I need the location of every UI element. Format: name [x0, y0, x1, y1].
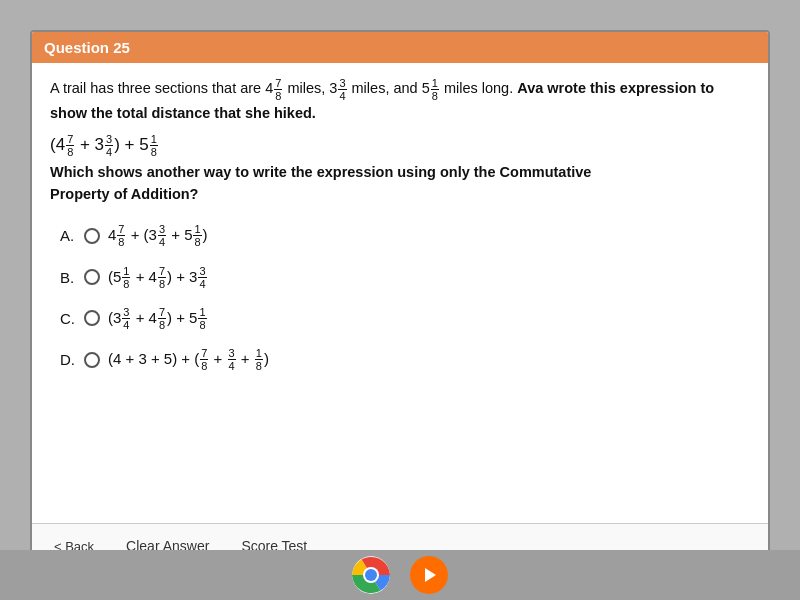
option-d-math: (4 + 3 + 5) + (78 + 34 + 18) [108, 347, 269, 372]
play-button-icon[interactable] [410, 556, 448, 594]
option-c-label: C. [60, 310, 84, 327]
main-screen: Question 25 A trail has three sections t… [30, 30, 770, 570]
option-b-row[interactable]: B. (518 + 478) + 334 [60, 265, 750, 290]
option-d-row[interactable]: D. (4 + 3 + 5) + (78 + 34 + 18) [60, 347, 750, 372]
option-b-math: (518 + 478) + 334 [108, 265, 208, 290]
option-a-label: A. [60, 227, 84, 244]
option-a-row[interactable]: A. 478 + (334 + 518) [60, 223, 750, 248]
option-d-radio[interactable] [84, 352, 100, 368]
option-c-math: (334 + 478) + 518 [108, 306, 208, 331]
answer-options: A. 478 + (334 + 518) B. (518 + 478) + 33… [60, 223, 750, 372]
taskbar [0, 550, 800, 600]
svg-point-2 [365, 569, 377, 581]
option-c-row[interactable]: C. (334 + 478) + 518 [60, 306, 750, 331]
option-a-math: 478 + (334 + 518) [108, 223, 208, 248]
option-d-label: D. [60, 351, 84, 368]
svg-marker-3 [425, 568, 436, 582]
question-title: Question 25 [44, 39, 130, 56]
option-b-label: B. [60, 269, 84, 286]
question-content: A trail has three sections that are 478 … [32, 63, 768, 523]
given-expression: (478 + 334) + 518 [50, 133, 750, 158]
question-text: A trail has three sections that are 478 … [50, 77, 750, 125]
option-b-radio[interactable] [84, 269, 100, 285]
option-a-radio[interactable] [84, 228, 100, 244]
which-text: Which shows another way to write the exp… [50, 162, 750, 206]
question-header: Question 25 [32, 32, 768, 63]
option-c-radio[interactable] [84, 310, 100, 326]
chrome-icon[interactable] [352, 556, 390, 594]
